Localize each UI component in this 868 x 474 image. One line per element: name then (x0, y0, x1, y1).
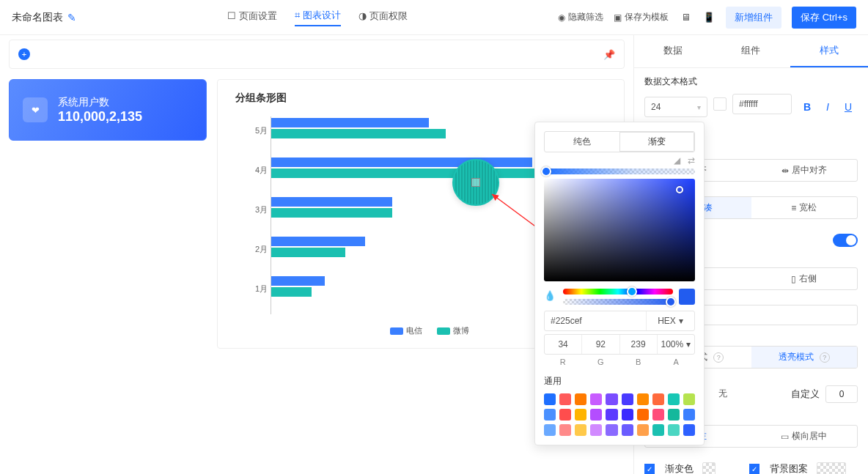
bar[interactable] (271, 208, 392, 218)
bar[interactable] (271, 197, 392, 207)
color-swatch[interactable] (575, 393, 586, 405)
desktop-icon[interactable]: 🖥 (679, 11, 692, 24)
g-input[interactable]: 92 (582, 335, 619, 354)
color-swatch[interactable] (559, 409, 571, 421)
color-swatch[interactable] (622, 424, 633, 436)
bg-pattern-swatch[interactable] (817, 462, 846, 474)
color-swatch[interactable] (590, 424, 602, 436)
b-input[interactable]: 239 (620, 335, 658, 354)
hue-handle[interactable] (627, 286, 637, 297)
action-save-template[interactable]: ▣ 保存为模板 (614, 11, 669, 23)
font-color-input[interactable]: #ffffff (732, 94, 792, 114)
mobile-icon[interactable]: 📱 (702, 11, 716, 24)
color-swatch[interactable] (683, 409, 695, 421)
eyedropper-icon[interactable]: 💧 (544, 290, 557, 303)
lbl-r: R (544, 358, 582, 366)
legend-item[interactable]: 微博 (437, 325, 469, 336)
tab-component[interactable]: 组件 (712, 35, 790, 67)
save-button[interactable]: 保存 Ctrl+s (792, 7, 856, 29)
italic-button[interactable]: I (818, 97, 837, 116)
color-swatch[interactable] (590, 393, 602, 405)
color-swatch[interactable] (637, 393, 649, 405)
alpha-bar[interactable] (563, 299, 673, 305)
kpi-card[interactable]: ❤ 系统用户数 110,000,2,135 (9, 79, 207, 141)
color-mode-select[interactable]: HEX ▾ (647, 311, 694, 330)
hue-bar[interactable] (563, 289, 673, 295)
color-swatch[interactable] (606, 424, 617, 436)
bar[interactable] (271, 129, 446, 138)
tab-style[interactable]: 样式 (790, 35, 868, 67)
nav-page-settings[interactable]: ☐ 页面设置 (227, 9, 277, 26)
action-hide-filter[interactable]: ◉ 隐藏筛选 (558, 11, 603, 23)
custom-value-input[interactable]: 0 (825, 385, 858, 403)
gradient-handle[interactable] (541, 166, 551, 177)
bar[interactable] (271, 158, 532, 167)
kpi-label: 系统用户数 (58, 96, 142, 109)
edit-icon[interactable]: ✎ (67, 12, 76, 23)
transparent-mode[interactable]: 透亮模式? (751, 347, 858, 368)
color-swatch[interactable] (544, 424, 556, 436)
h-center[interactable]: ▭横向居中 (751, 426, 858, 447)
custom-label: 自定义 (791, 388, 820, 401)
pin-icon[interactable]: 📌 (603, 49, 615, 60)
bar[interactable] (271, 276, 325, 286)
color-swatch[interactable] (668, 409, 680, 421)
tab-data[interactable]: 数据 (634, 35, 712, 67)
hex-input[interactable]: #225cef (545, 311, 647, 330)
bar[interactable] (271, 237, 365, 246)
underline-button[interactable]: U (839, 97, 858, 116)
color-swatch[interactable] (606, 393, 617, 405)
nav-chart-design[interactable]: ⌗ 图表设计 (295, 9, 341, 26)
angle-icon[interactable]: ◢ (674, 155, 680, 166)
color-swatch[interactable] (559, 393, 571, 405)
color-swatch[interactable] (590, 409, 602, 421)
bold-button[interactable]: B (798, 97, 817, 116)
bg-pattern-checkbox[interactable]: ✓ (749, 464, 760, 474)
a-input[interactable]: 100% ▾ (658, 335, 694, 354)
color-swatch[interactable] (683, 393, 695, 405)
color-swatch[interactable] (683, 424, 695, 436)
alpha-handle[interactable] (666, 297, 676, 307)
color-swatch[interactable] (637, 409, 649, 421)
saturation-area[interactable] (544, 179, 695, 281)
r-input[interactable]: 34 (545, 335, 582, 354)
color-swatch[interactable] (652, 409, 664, 421)
color-swatch[interactable] (544, 409, 556, 421)
color-swatch[interactable] (622, 393, 633, 405)
gradient-checkbox[interactable]: ✓ (644, 464, 655, 474)
gradient-bar[interactable] (544, 169, 695, 174)
color-swatch[interactable] (637, 424, 649, 436)
nav-page-perm[interactable]: ◑ 页面权限 (358, 9, 408, 26)
color-swatch[interactable] (668, 424, 680, 436)
toggle-switch[interactable] (833, 234, 858, 247)
add-component-button[interactable]: 新增组件 (726, 7, 781, 29)
color-swatch[interactable] (652, 424, 664, 436)
color-swatch[interactable] (622, 409, 633, 421)
add-widget-button[interactable]: + (18, 48, 30, 60)
gradient-swatch[interactable] (702, 462, 716, 474)
help-icon[interactable]: ? (713, 352, 724, 363)
font-color-swatch[interactable] (713, 97, 727, 111)
font-size-select[interactable]: 24▾ (644, 97, 707, 117)
nav-page-settings-label: 页面设置 (239, 10, 277, 23)
canvas-empty-strip[interactable]: + 📌 (9, 40, 625, 69)
saturation-cursor[interactable] (676, 186, 683, 193)
bar[interactable] (271, 287, 312, 297)
reverse-icon[interactable]: ⇄ (688, 155, 695, 166)
bar[interactable] (271, 248, 345, 257)
bar[interactable] (271, 118, 429, 127)
color-swatch[interactable] (606, 409, 617, 421)
color-swatch[interactable] (559, 424, 571, 436)
pos-right[interactable]: ▯右侧 (751, 268, 858, 289)
help-icon-2[interactable]: ? (820, 352, 830, 363)
color-swatch[interactable] (544, 393, 556, 405)
legend-item[interactable]: 电信 (390, 325, 422, 336)
color-swatch[interactable] (668, 393, 680, 405)
color-swatch[interactable] (652, 393, 664, 405)
color-swatch[interactable] (575, 409, 586, 421)
cp-tab-gradient[interactable]: 渐变 (619, 132, 694, 152)
density-loose[interactable]: ≡宽松 (751, 197, 858, 218)
cp-tab-solid[interactable]: 纯色 (545, 132, 619, 152)
align-center[interactable]: ⇹居中对齐 (751, 160, 858, 181)
color-swatch[interactable] (575, 424, 586, 436)
